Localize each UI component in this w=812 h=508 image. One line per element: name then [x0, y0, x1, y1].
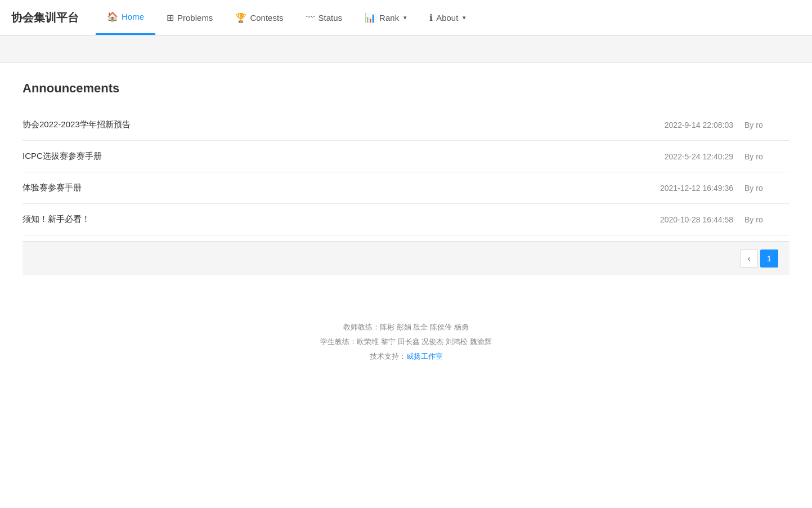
problems-icon: ⊞ [167, 12, 174, 23]
table-row: 协会2022-2023学年招新预告 2022-9-14 22:08:03 By … [23, 109, 789, 141]
announcement-title-2[interactable]: 体验赛参赛手册 [23, 182, 598, 193]
nav-item-status[interactable]: 〰 Status [295, 0, 354, 35]
sub-header [0, 36, 812, 63]
contests-icon: 🏆 [235, 12, 246, 23]
footer: 教师教练：陈彬 彭娟 殷全 陈侯伶 杨勇 学生教练：欧荣维 黎宁 田长鑫 况俊杰… [0, 297, 812, 381]
nav-item-rank[interactable]: 📊 Rank ▾ [353, 0, 418, 35]
status-icon: 〰 [306, 12, 315, 23]
announcement-by-1: By ro [744, 152, 789, 161]
announcement-date-1: 2022-5-24 12:40:29 [598, 152, 744, 161]
announcement-by-3: By ro [744, 215, 789, 224]
nav-item-contests[interactable]: 🏆 Contests [224, 0, 294, 35]
pagination: ‹ 1 [23, 241, 789, 275]
announcements-title: Announcements [23, 81, 789, 96]
table-row: ICPC选拔赛参赛手册 2022-5-24 12:40:29 By ro [23, 141, 789, 172]
rank-icon: 📊 [365, 12, 376, 23]
prev-page-button[interactable]: ‹ [740, 249, 758, 268]
nav-item-about[interactable]: ℹ About ▾ [418, 0, 477, 35]
announcement-title-3[interactable]: 须知！新手必看！ [23, 214, 598, 225]
footer-teachers: 教师教练：陈彬 彭娟 殷全 陈侯伶 杨勇 [11, 320, 801, 335]
navbar: 协会集训平台 🏠 Home ⊞ Problems 🏆 Contests 〰 St… [0, 0, 812, 36]
announcement-title-0[interactable]: 协会2022-2023学年招新预告 [23, 119, 598, 130]
nav-menu: 🏠 Home ⊞ Problems 🏆 Contests 〰 Status 📊 … [96, 0, 477, 35]
announcement-by-2: By ro [744, 184, 789, 193]
about-chevron-icon: ▾ [463, 14, 466, 21]
nav-label-about: About [436, 13, 458, 23]
nav-item-problems[interactable]: ⊞ Problems [155, 0, 224, 35]
footer-tech-support-link[interactable]: 威扬工作室 [406, 352, 443, 360]
nav-label-problems: Problems [177, 13, 213, 23]
table-row: 须知！新手必看！ 2020-10-28 16:44:58 By ro [23, 204, 789, 235]
nav-label-rank: Rank [379, 13, 399, 23]
announcement-date-0: 2022-9-14 22:08:03 [598, 121, 744, 130]
footer-tech-support-prefix: 技术支持： [370, 352, 406, 360]
announcement-title-1[interactable]: ICPC选拔赛参赛手册 [23, 151, 598, 162]
about-icon: ℹ [429, 12, 433, 23]
footer-tech-support: 技术支持：威扬工作室 [11, 349, 801, 364]
nav-label-home: Home [122, 12, 144, 21]
footer-student-coaches: 学生教练：欧荣维 黎宁 田长鑫 况俊杰 刘鸿松 魏渝辉 [11, 335, 801, 349]
home-icon: 🏠 [107, 11, 118, 22]
nav-item-home[interactable]: 🏠 Home [96, 0, 155, 35]
nav-label-status: Status [318, 13, 343, 23]
announcements-list: 协会2022-2023学年招新预告 2022-9-14 22:08:03 By … [23, 109, 789, 235]
table-row: 体验赛参赛手册 2021-12-12 16:49:36 By ro [23, 172, 789, 204]
announcement-date-3: 2020-10-28 16:44:58 [598, 215, 744, 224]
rank-chevron-icon: ▾ [403, 14, 407, 21]
announcement-date-2: 2021-12-12 16:49:36 [598, 184, 744, 193]
announcement-by-0: By ro [744, 121, 789, 130]
page-button-1[interactable]: 1 [760, 249, 778, 268]
nav-label-contests: Contests [250, 13, 283, 23]
site-title: 协会集训平台 [11, 10, 79, 25]
main-content: Announcements 协会2022-2023学年招新预告 2022-9-1… [0, 63, 812, 297]
